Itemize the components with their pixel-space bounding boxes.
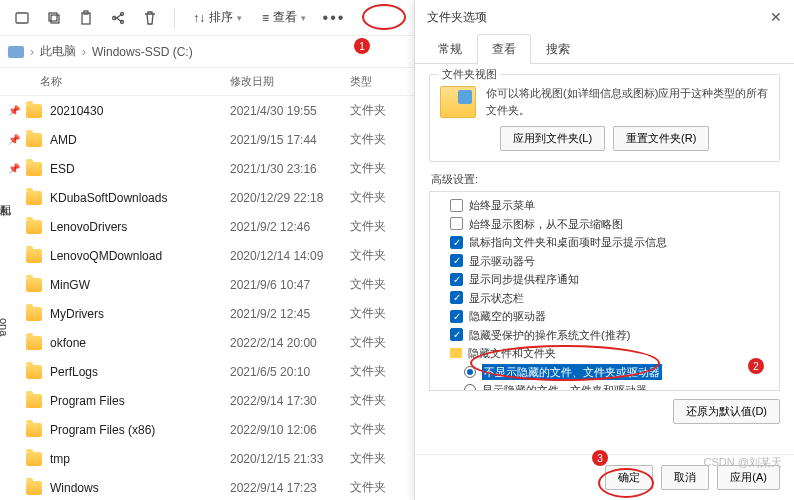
dialog-footer: 确定 取消 应用(A) (415, 454, 794, 500)
breadcrumb-pc[interactable]: 此电脑 (40, 43, 76, 60)
file-type: 文件夹 (350, 189, 410, 206)
advanced-item[interactable]: 显示隐藏的文件、文件夹和驱动器 (436, 381, 773, 391)
file-type: 文件夹 (350, 160, 410, 177)
item-label: 不显示隐藏的文件、文件夹或驱动器 (482, 364, 662, 381)
col-type[interactable]: 类型 (350, 74, 410, 89)
folder-icon (26, 133, 42, 147)
view-dropdown[interactable]: ≡ 查看 ▾ (254, 9, 314, 26)
share-icon[interactable] (104, 4, 132, 32)
close-icon[interactable]: ✕ (770, 9, 782, 25)
advanced-item[interactable]: 隐藏文件和文件夹 (436, 344, 773, 363)
checkbox[interactable] (450, 217, 463, 230)
folder-icon (26, 481, 42, 495)
file-date: 2021/6/5 20:10 (230, 365, 350, 379)
dialog-title: 文件夹选项 (427, 9, 487, 26)
file-name: LenovoQMDownload (50, 249, 230, 263)
delete-icon[interactable] (136, 4, 164, 32)
paste-icon[interactable] (72, 4, 100, 32)
reset-folders-button[interactable]: 重置文件夹(R) (613, 126, 709, 151)
radio[interactable] (464, 384, 476, 391)
advanced-item[interactable]: 始终显示菜单 (436, 196, 773, 215)
item-label: 显示隐藏的文件、文件夹和驱动器 (482, 382, 647, 391)
file-date: 2022/9/14 17:30 (230, 394, 350, 408)
file-date: 2021/4/30 19:55 (230, 104, 350, 118)
checkbox[interactable] (450, 254, 463, 267)
file-type: 文件夹 (350, 305, 410, 322)
advanced-item[interactable]: 隐藏受保护的操作系统文件(推荐) (436, 326, 773, 345)
file-name: ESD (50, 162, 230, 176)
file-type: 文件夹 (350, 131, 410, 148)
pin-icon: 📌 (8, 163, 22, 174)
drive-icon (8, 46, 24, 58)
file-date: 2022/9/14 17:23 (230, 481, 350, 495)
folder-icon (26, 336, 42, 350)
svg-rect-2 (51, 15, 59, 23)
item-label: 显示状态栏 (469, 290, 524, 307)
group-description: 你可以将此视图(如详细信息或图标)应用于这种类型的所有文件夹。 (486, 85, 769, 118)
file-date: 2022/9/10 12:06 (230, 423, 350, 437)
advanced-item[interactable]: 隐藏空的驱动器 (436, 307, 773, 326)
folder-icon (26, 249, 42, 263)
folder-icon (26, 278, 42, 292)
item-label: 隐藏空的驱动器 (469, 308, 546, 325)
dialog-body: 文件夹视图 你可以将此视图(如详细信息或图标)应用于这种类型的所有文件夹。 应用… (415, 64, 794, 454)
svg-rect-1 (49, 13, 57, 21)
col-date[interactable]: 修改日期 (230, 74, 350, 89)
tab-search[interactable]: 搜索 (531, 34, 585, 64)
file-type: 文件夹 (350, 276, 410, 293)
checkbox[interactable] (450, 291, 463, 304)
advanced-item[interactable]: 始终显示图标，从不显示缩略图 (436, 215, 773, 234)
checkbox[interactable] (450, 199, 463, 212)
more-button[interactable]: ••• (318, 4, 350, 32)
file-name: tmp (50, 452, 230, 466)
dialog-tabs: 常规 查看 搜索 (415, 34, 794, 64)
folder-icon (450, 348, 462, 358)
checkbox[interactable] (450, 328, 463, 341)
folder-view-group: 文件夹视图 你可以将此视图(如详细信息或图标)应用于这种类型的所有文件夹。 应用… (429, 74, 780, 162)
radio[interactable] (464, 366, 476, 378)
file-name: okfone (50, 336, 230, 350)
restore-defaults-button[interactable]: 还原为默认值(D) (673, 399, 780, 424)
tab-view[interactable]: 查看 (477, 34, 531, 64)
file-name: MyDrivers (50, 307, 230, 321)
advanced-label: 高级设置: (431, 172, 780, 187)
file-name: MinGW (50, 278, 230, 292)
copy-icon[interactable] (40, 4, 68, 32)
file-type: 文件夹 (350, 334, 410, 351)
group-title: 文件夹视图 (438, 67, 501, 82)
apply-to-folders-button[interactable]: 应用到文件夹(L) (500, 126, 605, 151)
tab-general[interactable]: 常规 (423, 34, 477, 64)
file-type: 文件夹 (350, 102, 410, 119)
breadcrumb-drive[interactable]: Windows-SSD (C:) (92, 45, 193, 59)
svg-rect-0 (16, 13, 28, 23)
chevron-right-icon: › (82, 45, 86, 59)
sort-label: 排序 (209, 9, 233, 26)
file-date: 2021/9/2 12:45 (230, 307, 350, 321)
item-label: 鼠标指向文件夹和桌面项时显示提示信息 (469, 234, 667, 251)
advanced-item[interactable]: 显示驱动器号 (436, 252, 773, 271)
col-name[interactable]: 名称 (40, 74, 230, 89)
file-date: 2021/9/6 10:47 (230, 278, 350, 292)
advanced-item[interactable]: 不显示隐藏的文件、文件夹或驱动器 (436, 363, 773, 382)
new-window-icon[interactable] (8, 4, 36, 32)
advanced-item[interactable]: 显示状态栏 (436, 289, 773, 308)
advanced-settings-list[interactable]: 始终显示菜单始终显示图标，从不显示缩略图鼠标指向文件夹和桌面项时显示提示信息显示… (429, 191, 780, 391)
advanced-item[interactable]: 鼠标指向文件夹和桌面项时显示提示信息 (436, 233, 773, 252)
item-label: 显示驱动器号 (469, 253, 535, 270)
folder-icon (26, 220, 42, 234)
sort-dropdown[interactable]: ↑↓ 排序 ▾ (185, 9, 250, 26)
ok-button[interactable]: 确定 (605, 465, 653, 490)
item-label: 始终显示菜单 (469, 197, 535, 214)
advanced-item[interactable]: 显示同步提供程序通知 (436, 270, 773, 289)
checkbox[interactable] (450, 273, 463, 286)
file-date: 2020/12/29 22:18 (230, 191, 350, 205)
file-name: LenovoDrivers (50, 220, 230, 234)
apply-button[interactable]: 应用(A) (717, 465, 780, 490)
cancel-button[interactable]: 取消 (661, 465, 709, 490)
file-name: KDubaSoftDownloads (50, 191, 230, 205)
checkbox[interactable] (450, 236, 463, 249)
file-name: Program Files (50, 394, 230, 408)
file-date: 2022/2/14 20:00 (230, 336, 350, 350)
checkbox[interactable] (450, 310, 463, 323)
folder-icon (26, 162, 42, 176)
